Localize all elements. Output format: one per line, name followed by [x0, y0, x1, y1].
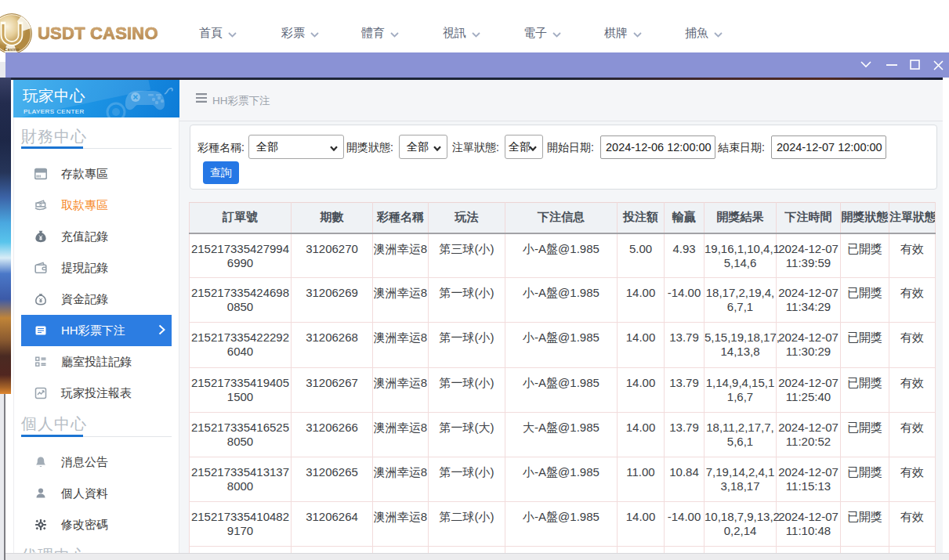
svg-text:Casino: Casino — [4, 47, 20, 52]
